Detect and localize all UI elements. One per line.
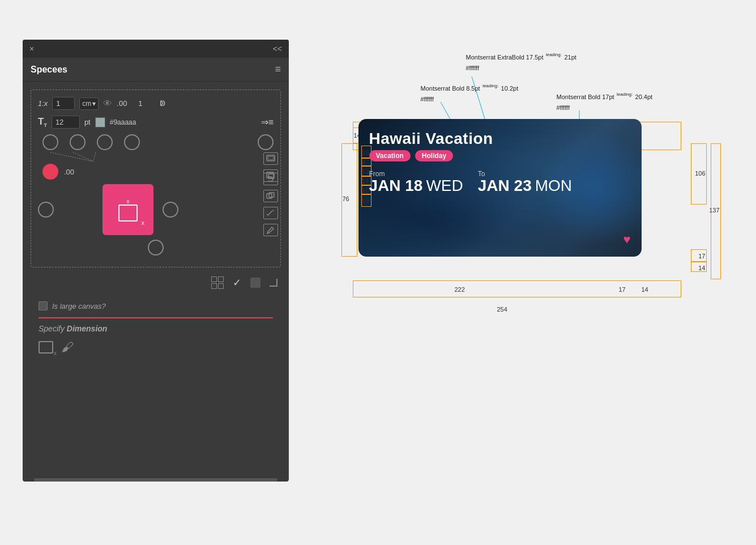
- left-panel: × << Specees ≡ 1:x cm ▾ 👁 .00: [23, 40, 289, 482]
- from-date-line: JAN 18 WED: [369, 178, 463, 194]
- layers-icon[interactable]: [263, 152, 278, 165]
- grid-cell-2: [218, 276, 224, 282]
- svg-line-1: [73, 152, 93, 161]
- panel-header: Specees ≡: [23, 58, 289, 82]
- measure-19a: 19: [362, 149, 369, 156]
- measure-76: 76: [343, 195, 349, 202]
- measure-10: 10: [362, 187, 369, 194]
- circle-1: [42, 134, 58, 150]
- x-label: x: [127, 198, 130, 205]
- menu-icon[interactable]: ≡: [275, 63, 281, 75]
- checkbox[interactable]: [39, 301, 48, 310]
- measure-19b: 19: [362, 197, 369, 204]
- scrollbar[interactable]: [34, 478, 277, 482]
- unit-dropdown[interactable]: cm ▾: [79, 97, 99, 110]
- measure-heart-17: 17: [698, 253, 705, 259]
- font2-label: Montserrat Bold 8.5pt: [421, 85, 480, 92]
- scale-row: 1:x cm ▾ 👁 .00 1 ↁ: [38, 97, 274, 110]
- unit-label: cm: [82, 100, 91, 108]
- font3-label: Montserrat Bold 17pt: [557, 93, 614, 100]
- circle-5: [258, 134, 274, 150]
- panel-content: 1:x cm ▾ 👁 .00 1 ↁ TT pt: [23, 82, 289, 474]
- measure-bottom-14: 14: [642, 286, 648, 293]
- color-swatch[interactable]: [95, 117, 105, 127]
- font1-label: Montserrat ExtraBold 17.5pt: [466, 54, 544, 61]
- bottom-outer-box: [353, 280, 681, 297]
- circle-right-mid: [163, 202, 178, 218]
- svg-line-0: [50, 152, 93, 161]
- pt-label: pt: [84, 118, 91, 126]
- annotation-area: Montserrat ExtraBold 17.5pt leading: 21p…: [341, 45, 715, 510]
- pen-icon[interactable]: [263, 224, 278, 236]
- panel-title: Specees: [31, 65, 67, 75]
- checkmark-icon[interactable]: ✓: [233, 276, 241, 289]
- pink-component-box: x x: [102, 184, 153, 235]
- font-annotation-1: Montserrat ExtraBold 17.5pt leading: 21p…: [466, 51, 576, 73]
- close-button[interactable]: ×: [29, 44, 34, 53]
- bottom-circle-row: [38, 240, 274, 256]
- dropdown-arrow: ▾: [92, 100, 96, 108]
- font2-leading: leading:: [482, 83, 498, 88]
- scale-input[interactable]: [52, 97, 75, 110]
- grid-cell-3: [211, 283, 217, 289]
- measure-12: 12: [362, 168, 369, 175]
- panel-bottom: Is large canvas? Specify Dimension x: [31, 296, 281, 363]
- color-hex: #9aaaaa: [110, 118, 136, 126]
- panel-titlebar: × <<: [23, 40, 289, 58]
- measure-4: 4: [362, 159, 366, 166]
- dimension-label: Dimension: [67, 324, 108, 333]
- font2-color: #ffffff: [421, 96, 434, 103]
- font3-color: #ffffff: [557, 104, 570, 111]
- rotate-icon[interactable]: [263, 173, 278, 185]
- duplicate-icon[interactable]: [263, 190, 278, 202]
- heart-container: ♥: [623, 232, 630, 247]
- heart-icon: ♥: [623, 232, 630, 246]
- measure-bottom-222: 222: [455, 286, 465, 293]
- measure-heart-14: 14: [698, 265, 705, 271]
- bottom-circle: [148, 240, 164, 256]
- x-suffix: x: [142, 219, 145, 226]
- collapse-button[interactable]: <<: [273, 44, 282, 53]
- card-wrapper: Hawaii Vacation Vacation Holiday From JA…: [358, 119, 642, 257]
- font1-leading: leading:: [546, 52, 562, 57]
- from-block: From JAN 18 WED: [369, 170, 463, 194]
- font1-color: #ffffff: [466, 65, 479, 71]
- tags-row: Vacation Holiday: [369, 150, 631, 161]
- resize-tool[interactable]: x: [39, 341, 53, 354]
- magic-icon[interactable]: [263, 207, 278, 219]
- brush-icon[interactable]: 🖌: [61, 340, 74, 355]
- tag-holiday: Holiday: [415, 150, 453, 161]
- svg-rect-4: [268, 156, 274, 160]
- grid-cell-1: [211, 276, 217, 282]
- measure-137: 137: [709, 207, 719, 214]
- resize-icon: x: [39, 341, 53, 354]
- red-dot: [42, 164, 58, 180]
- annotations-svg: [341, 45, 715, 510]
- measure-bottom-17: 17: [619, 286, 626, 293]
- circle-4: [124, 134, 140, 150]
- circle-left-mid: [38, 202, 54, 218]
- font-annotation-3: Montserrat Bold 17pt leading: 20.4pt #ff…: [557, 91, 653, 112]
- svg-line-2: [93, 152, 96, 161]
- font-annotation-2: Montserrat Bold 8.5pt leading: 10.2pt #f…: [421, 82, 519, 104]
- fill-square: [250, 278, 260, 288]
- font-size-input[interactable]: [52, 116, 80, 129]
- from-date: JAN 18: [369, 178, 423, 194]
- pink-underline-box: [39, 315, 273, 318]
- from-to-row: From JAN 18 WED To JAN 23: [369, 170, 631, 194]
- scale-label: 1:x: [38, 99, 48, 108]
- grid-cell-4: [218, 283, 224, 289]
- to-date: JAN 23: [478, 178, 532, 194]
- checkbox-label: Is large canvas?: [52, 302, 106, 310]
- grid-icon[interactable]: [211, 276, 224, 289]
- font3-leading: leading:: [617, 91, 633, 97]
- from-day: WED: [426, 178, 463, 194]
- corner-bracket-icon: [270, 279, 277, 287]
- tag-vacation: Vacation: [369, 150, 411, 161]
- measure-11: 11: [362, 178, 369, 185]
- eye-icon[interactable]: 👁: [103, 99, 112, 109]
- right-panel: Montserrat ExtraBold 17.5pt leading: 21p…: [323, 34, 733, 521]
- hawaii-card: Hawaii Vacation Vacation Holiday From JA…: [358, 119, 642, 257]
- fraction-icon: ↁ: [160, 99, 165, 108]
- align-icon[interactable]: ⇒≡: [261, 117, 274, 127]
